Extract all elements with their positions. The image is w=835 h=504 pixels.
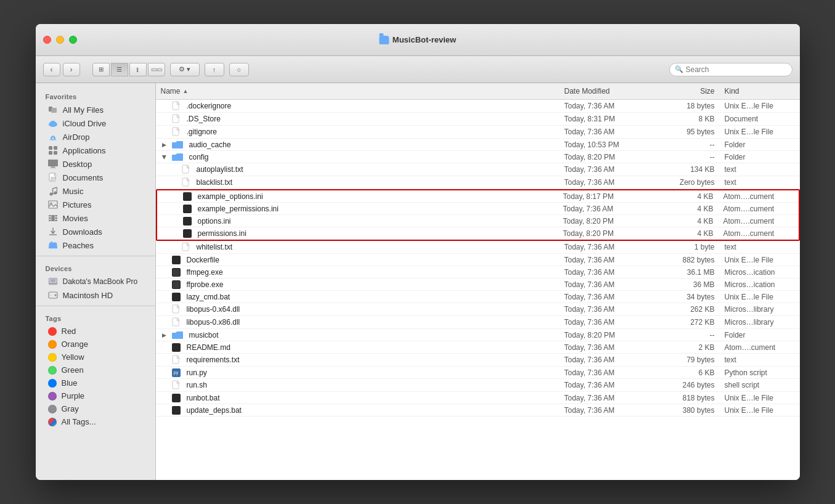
table-row[interactable]: options.ini Today, 8:20 PM 4 KB Atom….cu…: [157, 215, 799, 227]
sidebar-item-icloud-drive[interactable]: iCloud Drive: [38, 116, 153, 130]
header-date[interactable]: Date Modified: [560, 86, 658, 97]
table-row[interactable]: example_options.ini Today, 8:17 PM 4 KB …: [157, 190, 799, 203]
sidebar-item-movies[interactable]: Movies: [38, 211, 153, 225]
table-row[interactable]: whitelist.txt Today, 7:36 AM 1 byte text: [156, 241, 800, 254]
header-size[interactable]: Size: [658, 86, 720, 97]
table-row[interactable]: autoplaylist.txt Today, 7:36 AM 134 KB t…: [156, 163, 800, 176]
table-row[interactable]: example_permissions.ini Today, 7:36 AM 4…: [157, 203, 799, 215]
sidebar-item-peaches[interactable]: Peaches: [38, 238, 153, 252]
table-row[interactable]: runbot.bat Today, 7:36 AM 818 bytes Unix…: [156, 392, 800, 404]
expand-arrow[interactable]: ▶: [161, 141, 168, 148]
sidebar-item-downloads[interactable]: Downloads: [38, 225, 153, 238]
file-name: .gitignore: [156, 126, 560, 137]
purple-tag-dot: [48, 392, 57, 400]
sidebar-item-all-tags[interactable]: All Tags...: [38, 415, 153, 428]
file-size: --: [658, 152, 720, 162]
table-row[interactable]: .gitignore Today, 7:36 AM 95 bytes Unix …: [156, 126, 800, 139]
sidebar-item-macintosh-hd[interactable]: Macintosh HD: [38, 288, 153, 302]
sidebar-item-gray[interactable]: Gray: [38, 402, 153, 415]
file-name-text: config: [189, 153, 209, 161]
view-list-button[interactable]: ☰: [111, 63, 128, 76]
table-row[interactable]: .dockerignore Today, 7:36 AM 18 bytes Un…: [156, 100, 800, 113]
movies-icon: [48, 213, 58, 223]
file-size: 818 bytes: [658, 393, 720, 403]
sidebar-item-blue[interactable]: Blue: [38, 376, 153, 389]
file-name: README.md: [156, 343, 560, 352]
file-kind: Atom….cument: [720, 343, 800, 352]
table-row[interactable]: .DS_Store Today, 8:31 PM 8 KB Document: [156, 113, 800, 126]
file-kind: Atom….cument: [719, 216, 799, 226]
table-row[interactable]: requirements.txt Today, 7:36 AM 79 bytes…: [156, 354, 800, 367]
pictures-icon: [48, 200, 58, 209]
downloads-icon: [48, 227, 58, 237]
view-icon-button[interactable]: ⊞: [92, 63, 110, 76]
file-list: Name ▲ Date Modified Size Kind .dockerig…: [156, 83, 800, 480]
view-cover-button[interactable]: ▭▭: [148, 63, 165, 76]
sidebar-item-all-my-files[interactable]: All My Files: [38, 103, 153, 116]
sidebar-item-documents[interactable]: Documents: [38, 171, 153, 184]
sidebar-item-macbook-pro[interactable]: Dakota's MacBook Pro: [38, 275, 153, 288]
forward-button[interactable]: ›: [63, 63, 80, 76]
file-rows-container: .dockerignore Today, 7:36 AM 18 bytes Un…: [156, 100, 800, 417]
search-box[interactable]: 🔍: [669, 63, 792, 76]
share-button[interactable]: ↑: [205, 63, 224, 76]
table-row[interactable]: ▶ musicbot Today, 8:20 PM -- Folder: [156, 329, 800, 341]
expand-arrow[interactable]: ▶: [161, 331, 168, 339]
music-icon: [48, 186, 58, 196]
sidebar-item-music[interactable]: Music: [38, 184, 153, 198]
file-date: Today, 10:53 PM: [560, 140, 658, 150]
sidebar-item-green[interactable]: Green: [38, 364, 153, 376]
table-row[interactable]: update_deps.bat Today, 7:36 AM 380 bytes…: [156, 404, 800, 417]
file-name-text: musicbot: [189, 331, 219, 339]
close-button[interactable]: [43, 36, 51, 44]
table-row[interactable]: ▶ config Today, 8:20 PM -- Folder: [156, 151, 800, 163]
table-row[interactable]: run.sh Today, 7:36 AM 246 bytes shell sc…: [156, 379, 800, 392]
file-date: Today, 7:36 AM: [560, 368, 658, 378]
table-row[interactable]: README.md Today, 7:36 AM 2 KB Atom….cume…: [156, 341, 800, 354]
file-name: ▶ musicbot: [156, 330, 560, 340]
expand-arrow[interactable]: ▶: [161, 153, 168, 161]
maximize-button[interactable]: [69, 36, 77, 44]
file-kind: text: [720, 165, 800, 174]
file-size: 380 bytes: [658, 405, 720, 415]
sidebar-item-applications[interactable]: Applications: [38, 144, 153, 157]
sidebar-item-pictures[interactable]: Pictures: [38, 198, 153, 211]
tag-button[interactable]: ○: [229, 63, 249, 76]
table-row[interactable]: permissions.ini Today, 8:20 PM 4 KB Atom…: [157, 227, 799, 240]
sidebar-item-orange[interactable]: Orange: [38, 338, 153, 351]
file-date: Today, 7:36 AM: [560, 101, 658, 111]
sidebar-item-airdrop[interactable]: AirDrop: [38, 130, 153, 144]
sidebar-item-purple[interactable]: Purple: [38, 389, 153, 402]
sidebar-item-desktop[interactable]: Desktop: [38, 157, 153, 171]
table-row[interactable]: libopus-0.x64.dll Today, 7:36 AM 262 KB …: [156, 303, 800, 316]
file-date: Today, 7:36 AM: [560, 177, 658, 187]
file-name-text: libopus-0.x64.dll: [187, 305, 240, 314]
file-size: 262 KB: [658, 304, 720, 314]
view-column-button[interactable]: ⫿: [129, 63, 147, 76]
table-row[interactable]: Dockerfile Today, 7:36 AM 882 bytes Unix…: [156, 254, 800, 266]
table-row[interactable]: ▶ audio_cache Today, 10:53 PM -- Folder: [156, 139, 800, 151]
traffic-lights: [43, 36, 77, 44]
svg-rect-11: [48, 160, 58, 166]
header-name[interactable]: Name ▲: [156, 86, 560, 97]
table-row[interactable]: py run.py Today, 7:36 AM 6 KB Python scr…: [156, 367, 800, 379]
sidebar-item-yellow[interactable]: Yellow: [38, 351, 153, 364]
table-row[interactable]: ffmpeg.exe Today, 7:36 AM 36.1 MB Micros…: [156, 266, 800, 278]
header-kind[interactable]: Kind: [720, 86, 800, 97]
svg-rect-31: [49, 219, 51, 220]
search-input[interactable]: [686, 65, 787, 74]
back-button[interactable]: ‹: [43, 63, 60, 76]
table-row[interactable]: blacklist.txt Today, 7:36 AM Zero bytes …: [156, 176, 800, 189]
file-name-text: .DS_Store: [187, 115, 221, 123]
tags-header: Tags: [36, 310, 155, 325]
arrange-button[interactable]: ⚙ ▾: [170, 63, 200, 76]
file-name: autoplaylist.txt: [156, 164, 560, 175]
table-row[interactable]: lazy_cmd.bat Today, 7:36 AM 34 bytes Uni…: [156, 291, 800, 303]
table-row[interactable]: ffprobe.exe Today, 7:36 AM 36 MB Micros……: [156, 278, 800, 291]
sidebar-item-red[interactable]: Red: [38, 325, 153, 338]
file-size: 8 KB: [658, 114, 720, 124]
file-kind: Micros…library: [720, 304, 800, 314]
table-row[interactable]: libopus-0.x86.dll Today, 7:36 AM 272 KB …: [156, 316, 800, 329]
file-name-text: run.py: [187, 368, 207, 377]
minimize-button[interactable]: [56, 36, 64, 44]
